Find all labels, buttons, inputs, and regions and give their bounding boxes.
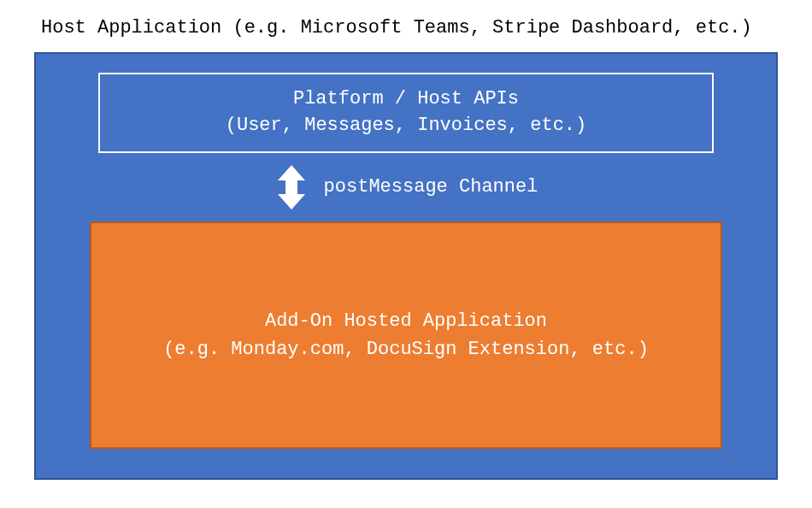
double-arrow-icon: [274, 165, 309, 210]
addon-hosted-application-box: Add-On Hosted Application (e.g. Monday.c…: [90, 222, 722, 449]
postmessage-channel-row: postMessage Channel: [87, 165, 725, 210]
api-box-line1: Platform / Host APIs: [109, 86, 703, 113]
addon-box-line2: (e.g. Monday.com, DocuSign Extension, et…: [100, 335, 712, 363]
api-box-line2: (User, Messages, Invoices, etc.): [109, 113, 703, 139]
diagram-title: Host Application (e.g. Microsoft Teams, …: [41, 17, 778, 38]
host-application-container: Platform / Host APIs (User, Messages, In…: [34, 52, 778, 480]
addon-box-line1: Add-On Hosted Application: [100, 307, 712, 335]
platform-api-box: Platform / Host APIs (User, Messages, In…: [98, 73, 714, 153]
svg-marker-0: [278, 165, 305, 210]
channel-label: postMessage Channel: [324, 176, 538, 198]
